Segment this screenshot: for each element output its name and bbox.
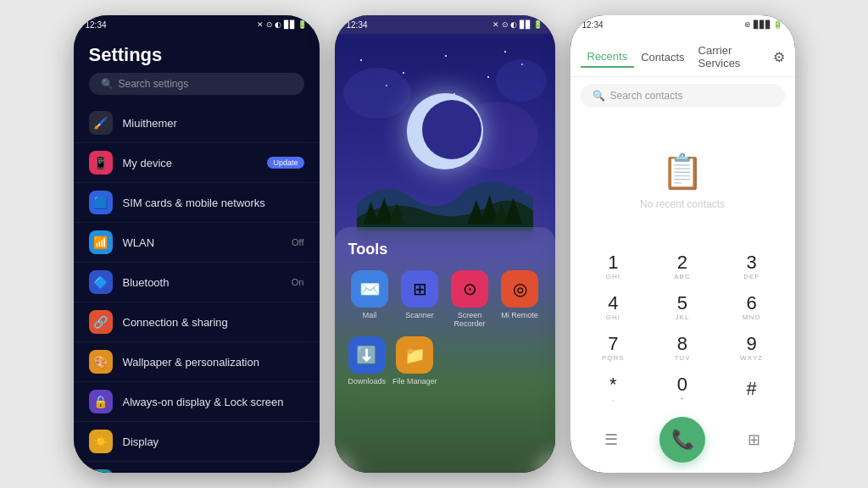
key-num-0: 0 bbox=[677, 375, 687, 394]
keypad: 1GHI2ABC3DEF4GHI5JKL6MNO7PQRS8TUV9WXYZ*,… bbox=[570, 247, 795, 410]
tool-downloads[interactable]: ⬇️Downloads bbox=[348, 336, 387, 385]
settings-search[interactable]: 🔍 Search settings bbox=[89, 73, 304, 95]
trees-svg bbox=[335, 172, 555, 231]
key-num-6: 6 bbox=[747, 294, 757, 313]
key-letters-6: MNO bbox=[743, 313, 761, 321]
tab-carrier[interactable]: Carrier Services bbox=[692, 41, 773, 73]
key-1[interactable]: 1GHI bbox=[586, 247, 640, 286]
dialer-search[interactable]: 🔍 Search contacts bbox=[581, 84, 785, 108]
keypad-row-3: *,0+# bbox=[579, 369, 787, 408]
time-2: 12:34 bbox=[347, 20, 368, 30]
settings-item-wlan[interactable]: 📶WLANOff bbox=[74, 223, 320, 263]
tool-screen-recorder[interactable]: ⊙Screen Recorder bbox=[448, 270, 492, 328]
display-icon: ☀️ bbox=[89, 430, 113, 453]
key-num-7: 7 bbox=[608, 335, 618, 353]
key-0[interactable]: 0+ bbox=[655, 369, 709, 408]
no-contacts-area: 📋 No recent contacts bbox=[570, 114, 795, 247]
display-label: Display bbox=[123, 435, 304, 448]
search-placeholder: Search settings bbox=[119, 78, 189, 90]
dialer-screen: Recents Contacts Carrier Services ⚙ 🔍 Se… bbox=[570, 34, 795, 473]
key-letters-7: PQRS bbox=[602, 354, 625, 362]
phone-dialer: 12:34 ⊛ ▊▊▊ 🔋 Recents Contacts Carrier S… bbox=[570, 15, 795, 473]
status-icons-2: ✕ ⊙ ◐ ▊▊ 🔋 bbox=[492, 20, 542, 29]
tab-recents[interactable]: Recents bbox=[581, 47, 635, 68]
key-3[interactable]: 3DEF bbox=[725, 247, 779, 286]
key-2[interactable]: 2ABC bbox=[655, 247, 709, 286]
call-button[interactable]: 📞 bbox=[659, 417, 705, 463]
search-icon-dialer: 🔍 bbox=[593, 90, 605, 102]
key-4[interactable]: 4GHI bbox=[586, 288, 640, 327]
keypad-row-2: 7PQRS8TUV9WXYZ bbox=[579, 329, 787, 368]
settings-item-display[interactable]: ☀️Display bbox=[74, 422, 320, 462]
tools-panel: Tools ✉️Mail⊞Scanner⊙Screen Recorder◎Mi … bbox=[335, 227, 555, 473]
tool-file-manager[interactable]: 📁File Manager bbox=[392, 336, 437, 385]
settings-item-mydevice[interactable]: 📱My deviceUpdate bbox=[74, 143, 320, 183]
settings-item-sim[interactable]: 🟦SIM cards & mobile networks bbox=[74, 183, 320, 223]
file-manager-icon: 📁 bbox=[396, 336, 433, 374]
settings-item-sound[interactable]: 🔊Sound & vibration bbox=[74, 462, 320, 473]
bluetooth-value: On bbox=[292, 277, 304, 287]
key-5[interactable]: 5JKL bbox=[655, 288, 709, 327]
mydevice-badge: Update bbox=[267, 157, 303, 169]
key-letters-5: JKL bbox=[676, 313, 690, 321]
dialer-bottom: ☰ 📞 ⊞ bbox=[570, 410, 795, 473]
settings-list: 🖌️Miuithemer📱My deviceUpdate🟦SIM cards &… bbox=[74, 103, 320, 473]
search-icon: 🔍 bbox=[101, 78, 114, 90]
miuithemer-label: Miuithemer bbox=[123, 117, 304, 130]
tool-mail[interactable]: ✉️Mail bbox=[348, 270, 392, 328]
key-letters-4: GHI bbox=[606, 313, 620, 321]
key-#[interactable]: # bbox=[725, 369, 779, 408]
time-1: 12:34 bbox=[86, 20, 107, 30]
display-lock-icon: 🔒 bbox=[89, 390, 113, 413]
status-bar-2: 12:34 ✕ ⊙ ◐ ▊▊ 🔋 bbox=[335, 15, 555, 34]
svg-marker-2 bbox=[389, 203, 404, 225]
mail-label: Mail bbox=[363, 311, 377, 319]
status-icons-1: ✕ ⊙ ◐ ▊▊ 🔋 bbox=[257, 20, 307, 29]
mi-remote-label: Mi Remote bbox=[501, 311, 538, 319]
scanner-icon: ⊞ bbox=[401, 270, 438, 308]
screen-recorder-label: Screen Recorder bbox=[448, 311, 492, 328]
key-num-2: 2 bbox=[677, 253, 687, 272]
key-letters-9: WXYZ bbox=[740, 354, 763, 362]
miuithemer-icon: 🖌️ bbox=[89, 111, 113, 135]
key-num-8: 8 bbox=[677, 335, 687, 353]
key-num-#: # bbox=[747, 380, 757, 398]
tool-mi-remote[interactable]: ◎Mi Remote bbox=[498, 270, 542, 328]
key-num-3: 3 bbox=[747, 253, 757, 272]
key-letters-8: TUV bbox=[674, 354, 690, 362]
settings-icon[interactable]: ⚙ bbox=[773, 49, 785, 65]
key-letters-3: DEF bbox=[743, 273, 760, 280]
connection-icon: 🔗 bbox=[89, 310, 113, 334]
display-lock-label: Always-on display & Lock screen bbox=[123, 396, 304, 408]
no-contacts-text: No recent contacts bbox=[640, 198, 725, 210]
settings-item-display-lock[interactable]: 🔒Always-on display & Lock screen bbox=[74, 382, 320, 422]
key-6[interactable]: 6MNO bbox=[725, 288, 779, 327]
phone-settings: 12:34 ✕ ⊙ ◐ ▊▊ 🔋 Settings 🔍 Search setti… bbox=[74, 15, 320, 473]
settings-item-bluetooth[interactable]: 🔷BluetoothOn bbox=[74, 263, 320, 302]
menu-icon[interactable]: ☰ bbox=[604, 430, 618, 449]
tool-scanner[interactable]: ⊞Scanner bbox=[398, 270, 442, 328]
key-7[interactable]: 7PQRS bbox=[586, 329, 640, 368]
tools-screen: Tools ✉️Mail⊞Scanner⊙Screen Recorder◎Mi … bbox=[335, 34, 555, 473]
tab-contacts[interactable]: Contacts bbox=[634, 47, 691, 67]
status-icons-3: ⊛ ▊▊▊ 🔋 bbox=[744, 20, 782, 29]
wallpaper-label: Wallpaper & personalization bbox=[123, 356, 304, 369]
key-8[interactable]: 8TUV bbox=[655, 329, 709, 368]
key-9[interactable]: 9WXYZ bbox=[725, 329, 779, 368]
key-num-5: 5 bbox=[677, 294, 687, 313]
screen-recorder-icon: ⊙ bbox=[451, 270, 488, 308]
downloads-label: Downloads bbox=[348, 377, 387, 385]
key-*[interactable]: *, bbox=[586, 369, 640, 408]
keypad-row-1: 4GHI5JKL6MNO bbox=[579, 288, 787, 327]
keypad-icon[interactable]: ⊞ bbox=[748, 430, 760, 449]
scanner-label: Scanner bbox=[405, 311, 434, 319]
keypad-row-0: 1GHI2ABC3DEF bbox=[579, 247, 787, 286]
settings-item-wallpaper[interactable]: 🎨Wallpaper & personalization bbox=[74, 342, 320, 382]
file-manager-label: File Manager bbox=[392, 377, 437, 385]
contact-book-icon: 📋 bbox=[661, 152, 704, 191]
settings-item-connection[interactable]: 🔗Connection & sharing bbox=[74, 302, 320, 342]
settings-item-miuithemer[interactable]: 🖌️Miuithemer bbox=[74, 103, 320, 143]
mydevice-label: My device bbox=[123, 157, 258, 169]
wallpaper-icon: 🎨 bbox=[89, 350, 113, 374]
mi-remote-icon: ◎ bbox=[501, 270, 538, 308]
